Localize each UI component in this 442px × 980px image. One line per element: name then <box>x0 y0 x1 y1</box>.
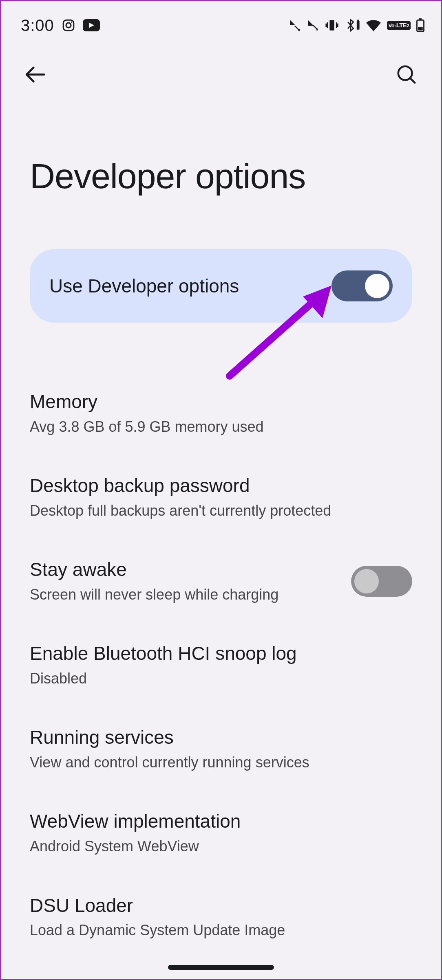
volte-badge: Vo„ LTE2 <box>387 21 411 30</box>
settings-list: Memory Avg 3.8 GB of 5.9 GB memory used … <box>1 323 441 959</box>
master-toggle-switch[interactable] <box>332 270 393 301</box>
setting-title: Stay awake <box>30 558 343 582</box>
status-left: 3:00 <box>21 16 100 35</box>
setting-dsu-loader[interactable]: DSU Loader Load a Dynamic System Update … <box>30 875 412 959</box>
setting-title: Memory <box>30 390 404 414</box>
youtube-icon <box>83 19 100 31</box>
setting-running-services[interactable]: Running services View and control curren… <box>30 707 412 791</box>
bluetooth-battery-icon <box>345 18 360 32</box>
svg-line-16 <box>410 78 415 83</box>
svg-marker-6 <box>308 20 314 26</box>
stay-awake-toggle[interactable] <box>351 566 412 597</box>
setting-subtitle: Desktop full backups aren't currently pr… <box>30 501 404 521</box>
setting-subtitle: Android System WebView <box>30 837 404 857</box>
setting-subtitle: Disabled <box>30 669 404 689</box>
call-missed-icon <box>289 19 301 31</box>
setting-title: Enable Bluetooth HCI snoop log <box>30 642 404 666</box>
call-missed-icon-2 <box>307 19 319 31</box>
setting-desktop-backup-password[interactable]: Desktop backup password Desktop full bac… <box>30 455 412 539</box>
vibrate-icon <box>325 18 339 32</box>
arrow-back-icon <box>24 63 47 86</box>
setting-title: Desktop backup password <box>30 474 404 498</box>
battery-icon <box>416 18 424 32</box>
toggle-knob <box>354 569 379 593</box>
status-bar: 3:00 <box>1 1 441 42</box>
status-time: 3:00 <box>21 16 54 35</box>
status-right: Vo„ LTE2 <box>289 18 425 32</box>
search-icon <box>396 64 418 86</box>
setting-title: DSU Loader <box>30 894 404 918</box>
svg-rect-13 <box>418 27 422 31</box>
search-button[interactable] <box>392 60 421 89</box>
setting-subtitle: Screen will never sleep while charging <box>30 585 343 605</box>
setting-bluetooth-hci-snoop[interactable]: Enable Bluetooth HCI snoop log Disabled <box>30 623 412 707</box>
app-bar <box>1 42 441 91</box>
master-toggle-label: Use Developer options <box>49 275 239 297</box>
svg-point-1 <box>66 23 71 28</box>
wifi-icon <box>366 19 381 31</box>
navigation-handle[interactable] <box>168 965 274 970</box>
screen-frame: 3:00 <box>0 0 442 980</box>
back-button[interactable] <box>21 60 50 89</box>
toggle-knob <box>365 274 389 298</box>
setting-subtitle: Avg 3.8 GB of 5.9 GB memory used <box>30 417 404 437</box>
setting-memory[interactable]: Memory Avg 3.8 GB of 5.9 GB memory used <box>30 371 412 455</box>
setting-subtitle: View and control currently running servi… <box>30 753 404 773</box>
svg-rect-8 <box>329 20 334 31</box>
setting-title: WebView implementation <box>30 810 404 833</box>
svg-point-2 <box>71 22 72 23</box>
svg-rect-9 <box>356 21 359 30</box>
master-toggle-card[interactable]: Use Developer options <box>30 249 412 323</box>
setting-subtitle: Load a Dynamic System Update Image <box>30 921 404 940</box>
instagram-icon <box>62 18 75 32</box>
setting-title: Running services <box>30 726 404 749</box>
svg-rect-10 <box>357 20 359 21</box>
setting-stay-awake[interactable]: Stay awake Screen will never sleep while… <box>30 539 412 623</box>
page-title: Developer options <box>1 91 441 196</box>
setting-webview-implementation[interactable]: WebView implementation Android System We… <box>30 791 412 875</box>
